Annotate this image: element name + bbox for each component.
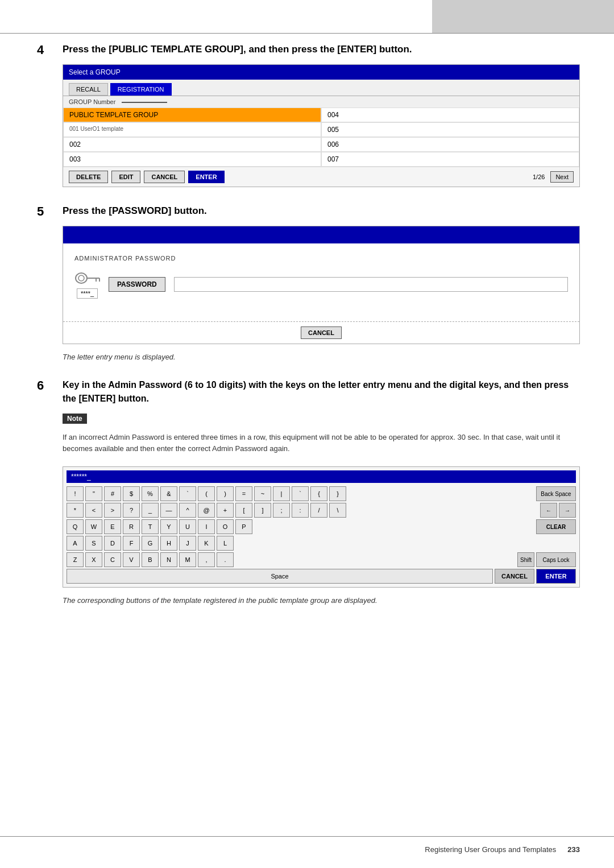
- key-t[interactable]: T: [142, 519, 159, 534]
- key-row-1: ! " # $ % & ` ( ) = ~ | ` { }: [67, 486, 576, 501]
- key-rparen[interactable]: ): [217, 486, 234, 501]
- key-backtick2[interactable]: `: [292, 486, 309, 501]
- space-key[interactable]: Space: [67, 569, 493, 584]
- key-q[interactable]: Q: [67, 519, 84, 534]
- key-caret[interactable]: ^: [179, 503, 196, 518]
- key-v[interactable]: V: [123, 552, 140, 567]
- backspace-section: Back Space: [536, 486, 576, 501]
- key-f[interactable]: F: [123, 536, 140, 551]
- key-lbrace[interactable]: {: [310, 486, 327, 501]
- key-rbracket[interactable]: ]: [254, 503, 271, 518]
- key-period[interactable]: .: [217, 552, 234, 567]
- group-item-public[interactable]: PUBLIC TEMPLATE GROUP: [63, 108, 321, 122]
- keyboard-rows: ! " # $ % & ` ( ) = ~ | ` { }: [67, 486, 576, 584]
- next-button[interactable]: Next: [550, 171, 574, 183]
- password-input[interactable]: [174, 277, 568, 292]
- edit-button[interactable]: EDIT: [111, 171, 140, 183]
- key-at[interactable]: @: [198, 503, 215, 518]
- key-u[interactable]: U: [179, 519, 196, 534]
- key-c[interactable]: C: [104, 552, 121, 567]
- clear-key[interactable]: CLEAR: [536, 519, 576, 534]
- key-underscore[interactable]: _: [142, 503, 159, 518]
- key-colon[interactable]: :: [292, 503, 309, 518]
- kb-cancel-button[interactable]: CANCEL: [495, 569, 534, 584]
- group-item-006[interactable]: 006: [321, 137, 579, 152]
- group-item-002[interactable]: 002: [63, 137, 321, 152]
- key-backtick1[interactable]: `: [179, 486, 196, 501]
- key-lt[interactable]: <: [85, 503, 102, 518]
- key-gt[interactable]: >: [104, 503, 121, 518]
- key-pipe[interactable]: |: [273, 486, 290, 501]
- backspace-key[interactable]: Back Space: [536, 486, 576, 501]
- group-select-panel: Select a GROUP RECALL REGISTRATION GROUP…: [63, 64, 580, 187]
- key-dash[interactable]: —: [160, 503, 177, 518]
- key-row-2: * < > ? _ — ^ @ + [ ] ; : / \: [67, 503, 576, 518]
- key-d[interactable]: D: [104, 536, 121, 551]
- key-h[interactable]: H: [160, 536, 177, 551]
- key-exclaim[interactable]: !: [67, 486, 84, 501]
- key-e[interactable]: E: [104, 519, 121, 534]
- key-lbracket[interactable]: [: [235, 503, 252, 518]
- password-button[interactable]: PASSWORD: [109, 277, 165, 292]
- key-amp[interactable]: &: [160, 486, 177, 501]
- key-n[interactable]: N: [160, 552, 177, 567]
- key-hash[interactable]: #: [104, 486, 121, 501]
- key-comma[interactable]: ,: [198, 552, 215, 567]
- left-arrow-key[interactable]: ←: [540, 503, 557, 518]
- password-cancel-button[interactable]: CANCEL: [301, 326, 342, 339]
- svg-point-1: [78, 275, 84, 281]
- key-quote[interactable]: ": [85, 486, 102, 501]
- top-bar: [432, 0, 614, 33]
- panel-actions: DELETE EDIT CANCEL ENTER 1/26 Next: [63, 167, 579, 187]
- page-info: 1/26: [533, 173, 545, 180]
- key-p[interactable]: P: [235, 519, 252, 534]
- key-a[interactable]: A: [67, 536, 84, 551]
- tab-recall[interactable]: RECALL: [69, 83, 108, 96]
- group-item-003[interactable]: 003: [63, 152, 321, 167]
- group-item-001[interactable]: 001 UserO1 template: [63, 122, 321, 137]
- key-b[interactable]: B: [142, 552, 159, 567]
- right-arrow-key[interactable]: →: [559, 503, 576, 518]
- group-item-004[interactable]: 004: [321, 108, 579, 122]
- key-row-4: A S D F G H J K L: [67, 536, 576, 551]
- capslock-key[interactable]: Caps Lock: [536, 552, 576, 567]
- key-semicolon[interactable]: ;: [273, 503, 290, 518]
- shift-key[interactable]: Shift: [517, 552, 534, 567]
- key-equals[interactable]: =: [235, 486, 252, 501]
- key-question[interactable]: ?: [123, 503, 140, 518]
- key-plus[interactable]: +: [217, 503, 234, 518]
- group-list: PUBLIC TEMPLATE GROUP 004 001 UserO1 tem…: [63, 108, 579, 167]
- key-percent[interactable]: %: [142, 486, 159, 501]
- key-o[interactable]: O: [217, 519, 234, 534]
- key-g[interactable]: G: [142, 536, 159, 551]
- key-j[interactable]: J: [179, 536, 196, 551]
- key-k[interactable]: K: [198, 536, 215, 551]
- arrow-section: ← →: [540, 503, 576, 518]
- key-l[interactable]: L: [217, 536, 234, 551]
- group-item-005[interactable]: 005: [321, 122, 579, 137]
- key-tilde[interactable]: ~: [254, 486, 271, 501]
- cancel-button[interactable]: CANCEL: [144, 171, 185, 183]
- step5-number: 5: [37, 204, 44, 219]
- bottom-divider: [0, 836, 614, 837]
- key-m[interactable]: M: [179, 552, 196, 567]
- key-slash[interactable]: /: [310, 503, 327, 518]
- key-dollar[interactable]: $: [123, 486, 140, 501]
- key-x[interactable]: X: [85, 552, 102, 567]
- kb-enter-button[interactable]: ENTER: [536, 569, 576, 584]
- key-w[interactable]: W: [85, 519, 102, 534]
- key-y[interactable]: Y: [160, 519, 177, 534]
- key-s[interactable]: S: [85, 536, 102, 551]
- tab-registration[interactable]: REGISTRATION: [110, 83, 172, 96]
- password-dots-display: ****_: [77, 288, 98, 299]
- key-z[interactable]: Z: [67, 552, 84, 567]
- key-lparen[interactable]: (: [198, 486, 215, 501]
- delete-button[interactable]: DELETE: [69, 171, 108, 183]
- key-rbrace[interactable]: }: [329, 486, 346, 501]
- key-r[interactable]: R: [123, 519, 140, 534]
- group-item-007[interactable]: 007: [321, 152, 579, 167]
- key-star[interactable]: *: [67, 503, 84, 518]
- key-backslash[interactable]: \: [329, 503, 346, 518]
- key-i[interactable]: I: [198, 519, 215, 534]
- enter-button[interactable]: ENTER: [188, 171, 224, 183]
